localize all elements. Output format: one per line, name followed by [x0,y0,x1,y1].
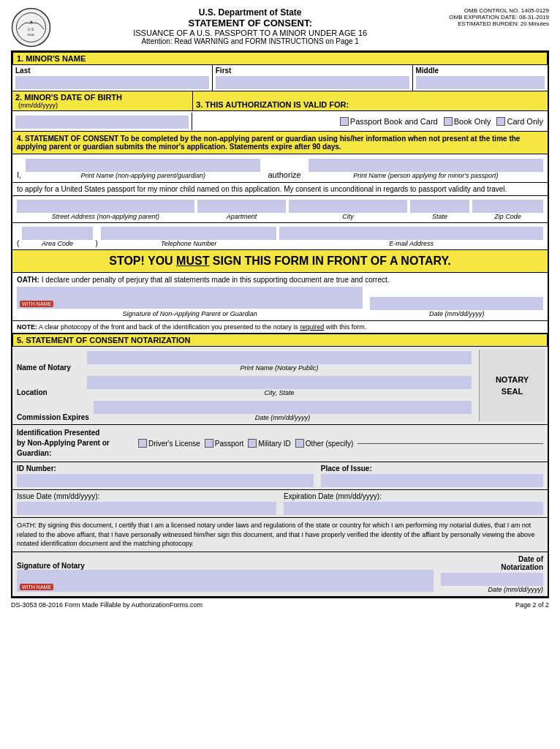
other-specify-input[interactable] [357,443,543,444]
last-label: Last [15,67,209,75]
note-content: A clear photocopy of the front and back … [39,323,366,331]
notary-name-field: Print Name (Notary Public) [87,350,472,372]
non-applying-name-input[interactable] [26,159,260,172]
page-footer: DS-3053 08-2016 Form Made Fillable by Au… [11,601,549,609]
sig-non-applying-input[interactable]: WITH NAME [17,287,363,309]
s4-header: 4. STATEMENT OF CONSENT To be completed … [12,132,548,154]
s4-label: 4. STATEMENT OF CONSENT [17,135,118,143]
commission-date-label: Date (mm/dd/yyyy) [94,414,472,421]
email-input[interactable] [279,227,543,240]
city-field: City [289,198,407,220]
zip-input[interactable] [472,200,543,213]
military-id-label: Military ID [258,440,290,448]
sig-notary-label: Signature of Notary [17,562,434,570]
area-code-label: Area Code [22,240,92,247]
apt-label: Apartment [197,213,286,220]
sig-non-label: Signature of Non-Applying Parent or Guar… [17,310,363,317]
dept-title: U.S. Department of State [51,7,449,18]
svg-text:U.S.: U.S. [28,27,35,31]
sig-date-input[interactable] [370,297,543,310]
print-name-notary: Print Name (Notary Public) [87,364,472,372]
notary-name-seal-row: Name of Notary Print Name (Notary Public… [12,347,548,425]
s4-expire: Statements expire after 90 days. [230,143,341,151]
last-name-input[interactable] [15,76,209,89]
passport-item: Passport [205,439,243,448]
stop-text: STOP! YOU MUST SIGN THIS FORM IN FRONT O… [109,255,451,267]
authorize-row: I, Print Name (non-applying parent/guard… [12,154,548,183]
street-input[interactable] [17,200,194,213]
book-card-checkbox-item: Passport Book and Card [340,117,438,126]
last-name-cell: Last [12,65,213,91]
form-title: STATEMENT OF CONSENT: [51,18,449,29]
place-of-issue-field: Place of Issue: [321,464,543,487]
notarization-block: Date ofNotarization Date (mm/dd/yyyy) [441,555,543,593]
first-label: First [216,67,409,75]
email-label: E-mail Address [279,240,543,247]
street-field: Street Address (non-applying parent) [17,198,194,220]
stop-banner: STOP! YOU MUST SIGN THIS FORM IN FRONT O… [12,250,548,273]
middle-name-cell: Middle [413,65,548,91]
book-only-checkbox[interactable] [444,117,453,126]
passport-checkbox[interactable] [205,439,213,448]
military-id-checkbox[interactable] [248,439,257,448]
applying-name-input[interactable] [309,159,543,172]
first-name-input[interactable] [216,76,409,89]
dob-cell [12,113,192,130]
notary-name-label: Name of Notary [17,364,83,372]
drivers-license-label: Driver's License [148,440,200,448]
state-input[interactable] [410,200,469,213]
id-num-row: ID Number: Place of Issue: [12,462,548,490]
id-label: Identification Presentedby Non-Applying … [17,428,134,459]
exp-date-input[interactable] [284,502,543,515]
oath-text-line: OATH: I declare under penalty of perjury… [17,276,543,284]
middle-name-input[interactable] [416,76,545,89]
address-row: Street Address (non-applying parent) Apa… [12,196,548,223]
other-checkbox[interactable] [295,439,304,448]
date-row: Issue Date (mm/dd/yyyy): Expiration Date… [12,490,548,518]
location-input[interactable] [87,376,472,389]
passport-label: Passport [215,440,243,448]
auth-checkboxes-cell: Passport Book and Card Book Only Card On… [192,114,548,129]
issue-date-input[interactable] [17,502,276,515]
book-card-checkbox[interactable] [340,117,349,126]
notary-with-name-badge: WITH NAME [20,584,53,590]
drivers-license-checkbox[interactable] [138,439,147,448]
sig-date-block: Date (mm/dd/yyyy) [370,296,543,317]
phone-row: ( Area Code ) Telephone Number E-mail Ad… [12,223,548,250]
section-5-header: 5. STATEMENT OF CONSENT NOTARIZATION [12,334,548,347]
drivers-license-item: Driver's License [138,439,200,448]
paren-close: ) [96,239,98,247]
telephone-input[interactable] [101,227,276,240]
state-label: State [410,213,469,220]
apt-input[interactable] [197,200,286,213]
commission-label: Commission Expires [17,413,89,421]
section-1-header: 1. MINOR'S NAME [12,52,548,65]
telephone-field: Telephone Number [101,225,276,247]
city-input[interactable] [289,200,407,213]
s2-header-cell: 2. MINOR'S DATE OF BIRTH (mm/dd/yyyy) [12,91,193,110]
book-card-label: Passport Book and Card [350,117,438,126]
omb-info: OMB CONTROL NO. 1405-0129 OMB EXPIRATION… [449,7,549,27]
notarization-date-format: Date (mm/dd/yyyy) [488,586,543,593]
card-only-checkbox[interactable] [496,117,505,126]
other-label: Other (specify) [306,440,354,448]
place-issue-input[interactable] [321,474,543,487]
issue-date-field: Issue Date (mm/dd/yyyy): [17,492,276,515]
s3-label: 3. THIS AUTHORIZATION IS VALID FOR: [196,100,545,109]
middle-label: Middle [416,67,545,75]
notary-name-row: Name of Notary Print Name (Notary Public… [17,350,472,372]
commission-input[interactable] [94,401,472,414]
notary-name-input[interactable] [87,351,472,364]
dob-input[interactable] [15,116,189,129]
authorize-text: authorize [265,170,303,179]
notarization-date-input[interactable] [441,573,543,586]
id-number-input[interactable] [17,474,314,487]
first-name-cell: First [213,65,413,91]
apply-text: to apply for a United States passport fo… [12,183,548,196]
notary-seal-text: NOTARYSEAL [496,374,529,398]
oath-label: OATH: [17,276,39,284]
card-only-checkbox-item: Card Only [496,117,543,126]
notary-sig-input[interactable]: WITH NAME [17,570,434,592]
sig-date-label: Date (mm/dd/yyyy) [370,310,543,317]
area-code-input[interactable] [22,227,92,240]
